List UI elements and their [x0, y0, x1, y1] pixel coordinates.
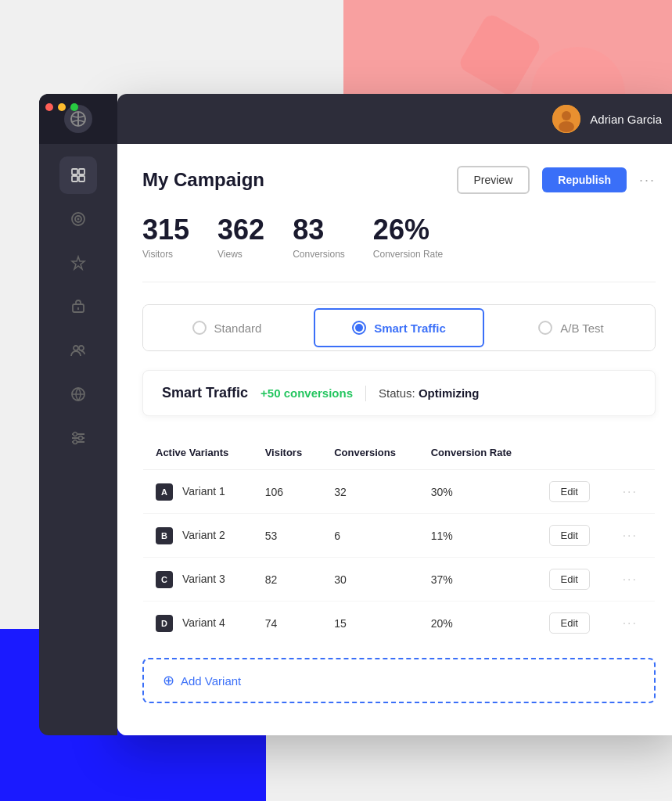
svg-rect-2: [72, 169, 77, 174]
mode-standard-label: Standard: [214, 321, 262, 335]
variant-rate: 30%: [419, 470, 537, 514]
main-window: Adrian Garcia My Campaign Preview Republ…: [117, 94, 672, 735]
smart-traffic-status: Status: Optimizing: [379, 386, 479, 400]
sidebar-item-plugins[interactable]: [59, 288, 97, 325]
col-actions-1: [537, 436, 610, 470]
bar-divider: [365, 386, 366, 401]
topbar: Adrian Garcia: [117, 94, 672, 144]
svg-point-20: [79, 436, 83, 440]
variant-more-C[interactable]: ···: [623, 573, 638, 586]
svg-rect-4: [72, 176, 77, 181]
add-variant-button[interactable]: ⊕ Add Variant: [142, 658, 656, 703]
col-conversions: Conversions: [322, 436, 418, 470]
variant-visitors: 106: [253, 470, 322, 514]
sidebar-item-settings[interactable]: [59, 419, 97, 457]
svg-point-24: [559, 121, 574, 132]
stats-row: 315 Visitors 362 Views 83 Conversions 26…: [142, 216, 656, 282]
variant-edit-cell: Edit: [537, 602, 610, 645]
sidebar-item-pages[interactable]: [59, 156, 97, 194]
table-row: C Variant 3 82 30 37% Edit ···: [143, 558, 656, 602]
variant-rate: 11%: [419, 514, 537, 558]
stat-views: 362 Views: [217, 216, 264, 260]
radio-standard: [192, 321, 207, 335]
stat-visitors: 315 Visitors: [142, 216, 189, 260]
variant-more-B[interactable]: ···: [623, 529, 638, 542]
user-avatar: [552, 105, 580, 133]
variant-visitors: 82: [253, 558, 322, 602]
col-active-variants: Active Variants: [143, 436, 253, 470]
variant-name: Variant 4: [182, 616, 225, 629]
mode-ab-test[interactable]: A/B Test: [487, 305, 655, 350]
add-variant-icon: ⊕: [163, 672, 174, 689]
edit-button-C[interactable]: Edit: [549, 569, 590, 590]
variant-dots-cell: ···: [610, 602, 656, 645]
variant-more-A[interactable]: ···: [623, 485, 638, 498]
variant-name-cell: D Variant 4: [143, 602, 253, 645]
main-content: My Campaign Preview Republish ··· 315 Vi…: [117, 144, 672, 735]
window-chrome: [45, 103, 78, 111]
variant-visitors: 74: [253, 602, 322, 645]
radio-smart-traffic: [352, 321, 366, 335]
stat-conversions-label: Conversions: [293, 249, 345, 260]
col-actions-2: [610, 436, 656, 470]
stat-rate-label: Conversion Rate: [373, 249, 443, 260]
campaign-title: My Campaign: [142, 169, 444, 191]
user-name: Adrian Garcia: [590, 113, 662, 126]
variants-table: Active Variants Visitors Conversions Con…: [142, 435, 656, 645]
smart-traffic-bar: Smart Traffic +50 conversions Status: Op…: [142, 370, 656, 416]
variant-conversions: 15: [322, 602, 418, 645]
variant-dots-cell: ···: [610, 514, 656, 558]
sidebar-item-goals[interactable]: [59, 200, 97, 238]
stat-conversion-rate: 26% Conversion Rate: [373, 216, 443, 260]
svg-point-12: [74, 346, 78, 350]
table-row: D Variant 4 74 15 20% Edit ···: [143, 602, 656, 645]
variant-name-cell: A Variant 1: [143, 470, 253, 514]
smart-traffic-conversions: +50 conversions: [261, 386, 353, 400]
variant-conversions: 6: [322, 514, 418, 558]
mode-smart-traffic[interactable]: Smart Traffic: [314, 308, 484, 347]
col-visitors: Visitors: [253, 436, 322, 470]
edit-button-D[interactable]: Edit: [549, 612, 590, 634]
sidebar-item-team[interactable]: [59, 332, 97, 369]
variant-edit-cell: Edit: [537, 514, 610, 558]
radio-inner: [355, 324, 363, 332]
variant-name: Variant 2: [182, 529, 225, 541]
table-row: B Variant 2 53 6 11% Edit ···: [143, 514, 656, 558]
variant-dots-cell: ···: [610, 558, 656, 602]
smart-traffic-status-value: Optimizing: [419, 386, 480, 400]
republish-button[interactable]: Republish: [542, 167, 627, 192]
radio-ab-test: [538, 321, 552, 335]
stat-conversions: 83 Conversions: [293, 216, 345, 260]
variant-badge-B: B: [156, 527, 173, 544]
edit-button-A[interactable]: Edit: [549, 481, 590, 502]
svg-marker-9: [72, 257, 84, 269]
variant-badge-C: C: [156, 571, 173, 588]
close-dot[interactable]: [45, 103, 53, 111]
variant-name-cell: B Variant 2: [143, 514, 253, 558]
stat-visitors-value: 315: [142, 216, 189, 244]
minimize-dot[interactable]: [58, 103, 66, 111]
variant-name: Variant 3: [182, 573, 225, 585]
sidebar-item-publish[interactable]: [59, 375, 97, 413]
sidebar: [39, 94, 117, 735]
maximize-dot[interactable]: [70, 103, 78, 111]
sidebar-item-integrations[interactable]: [59, 244, 97, 282]
variant-rate: 37%: [419, 558, 537, 602]
mode-standard[interactable]: Standard: [143, 305, 311, 350]
mode-smart-traffic-label: Smart Traffic: [374, 321, 446, 335]
preview-button[interactable]: Preview: [457, 166, 530, 194]
svg-point-23: [562, 111, 571, 120]
stat-rate-value: 26%: [373, 216, 443, 244]
campaign-more-button[interactable]: ···: [639, 172, 656, 189]
edit-button-B[interactable]: Edit: [549, 525, 590, 546]
sidebar-nav: [59, 144, 97, 735]
mode-selector: Standard Smart Traffic A/B Test: [142, 304, 656, 351]
smart-traffic-title: Smart Traffic: [162, 385, 248, 401]
variant-edit-cell: Edit: [537, 470, 610, 514]
variant-visitors: 53: [253, 514, 322, 558]
variant-more-D[interactable]: ···: [623, 616, 638, 630]
svg-rect-3: [79, 169, 84, 174]
stat-conversions-value: 83: [293, 216, 345, 244]
variant-badge-A: A: [156, 483, 173, 501]
table-row: A Variant 1 106 32 30% Edit ···: [143, 470, 656, 514]
